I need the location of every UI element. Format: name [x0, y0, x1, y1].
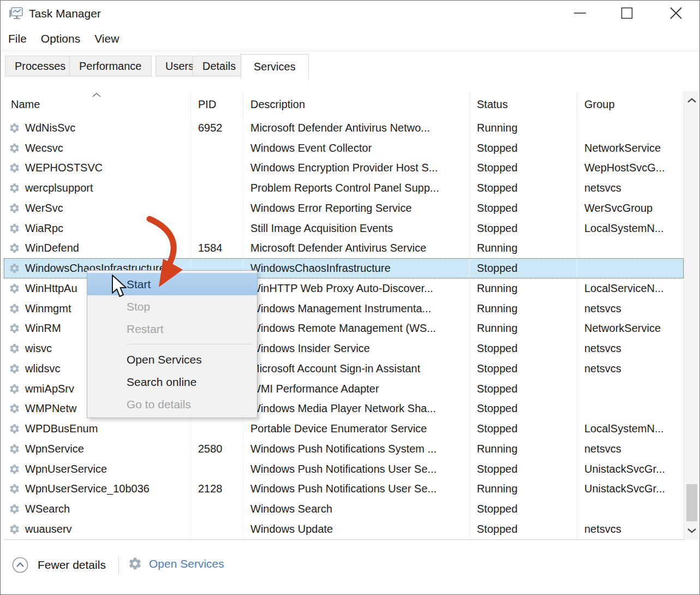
service-description: WinHTTP Web Proxy Auto-Discover... [243, 278, 470, 299]
column-header-description[interactable]: Description [243, 91, 470, 118]
service-description: Windows Update [243, 519, 470, 539]
service-pid: 1584 [191, 239, 243, 259]
service-row[interactable]: wuauserv Windows Update Stopped netsvcs [4, 519, 684, 539]
title-bar: Task Manager [1, 1, 699, 27]
service-name-cell: WEPHOSTSVC [4, 158, 191, 178]
service-name: Wecsvc [25, 142, 63, 154]
close-button[interactable] [662, 2, 690, 25]
service-group: netsvcs [577, 178, 684, 198]
context-menu-item-search-online[interactable]: Search online [87, 371, 257, 393]
service-row[interactable]: WPDBusEnum Portable Device Enumerator Se… [4, 419, 684, 439]
service-name: WpnUserService_10b036 [25, 483, 149, 495]
service-row[interactable]: WpnUserService_10b036 2128 Windows Push … [4, 479, 684, 499]
service-pid [191, 198, 243, 218]
service-pid: 2128 [191, 479, 243, 499]
sort-ascending-icon [91, 92, 102, 98]
service-row[interactable]: WdNisSvc 6952 Microsoft Defender Antivir… [4, 118, 684, 138]
service-group: LocalSystemN... [577, 419, 684, 439]
service-row[interactable]: wercplsupport Problem Reports Control Pa… [4, 178, 684, 198]
column-header-group[interactable]: Group [577, 91, 684, 118]
context-menu-item-start[interactable]: Start [87, 273, 257, 295]
tab-details[interactable]: Details [193, 56, 246, 76]
service-pid [191, 499, 243, 519]
service-group: UnistackSvcGr... [577, 459, 684, 479]
service-name-cell: WiaRpc [4, 218, 191, 239]
chevron-down-icon [687, 528, 697, 533]
service-pid [191, 158, 243, 178]
service-row[interactable]: WpnService 2580 Windows Push Notificatio… [4, 439, 684, 459]
menu-view[interactable]: View [94, 32, 119, 45]
service-status: Stopped [470, 198, 577, 218]
service-pid: 6952 [191, 118, 243, 138]
service-description: WMI Performance Adapter [243, 379, 470, 399]
service-description: Windows Push Notifications User Se... [243, 479, 470, 499]
service-gear-icon [9, 203, 20, 214]
service-group: netsvcs [577, 299, 684, 319]
service-row[interactable]: WEPHOSTSVC Windows Encryption Provider H… [4, 158, 684, 178]
tab-services[interactable]: Services [241, 54, 309, 80]
service-name: wuauserv [25, 523, 72, 536]
service-row[interactable]: WpnUserService Windows Push Notification… [4, 459, 684, 479]
service-row[interactable]: WinDefend 1584 Microsoft Defender Antivi… [4, 239, 684, 259]
gear-icon [128, 556, 142, 571]
scrollbar-thumb[interactable] [686, 484, 697, 521]
service-pid [191, 218, 243, 239]
service-description: Windows Push Notifications User Se... [243, 459, 470, 479]
service-status: Running [470, 439, 577, 459]
service-gear-icon [9, 423, 20, 435]
open-services-link[interactable]: Open Services [128, 556, 224, 571]
service-status: Running [470, 319, 577, 339]
vertical-scrollbar[interactable] [684, 91, 699, 540]
close-icon [669, 7, 683, 20]
service-description: Windows Search [243, 499, 470, 519]
fewer-details-button[interactable]: Fewer details [11, 556, 106, 574]
service-row[interactable]: Wecsvc Windows Event Collector Stopped N… [4, 138, 684, 158]
service-description: Windows Encryption Provider Host S... [243, 158, 470, 178]
tab-processes[interactable]: Processes [5, 56, 75, 76]
minimize-button[interactable] [566, 2, 594, 25]
service-group: netsvcs [577, 519, 684, 539]
context-menu-item-open-services[interactable]: Open Services [87, 348, 257, 371]
service-group: LocalSystemN... [577, 218, 684, 239]
scroll-down-button[interactable] [684, 522, 699, 539]
service-gear-icon [9, 223, 20, 234]
column-header-pid[interactable]: PID [191, 91, 243, 118]
service-group [577, 258, 684, 278]
service-name: Winmgmt [25, 302, 71, 315]
window-title: Task Manager [29, 7, 101, 20]
service-group [577, 399, 684, 419]
service-name-cell: WSearch [4, 499, 191, 519]
service-group [577, 118, 684, 138]
service-status: Stopped [470, 338, 577, 359]
service-name-cell: WpnService [4, 439, 191, 459]
service-name: wlidsvc [25, 362, 60, 375]
context-menu-item-go-to-details: Go to details [87, 393, 257, 415]
service-name: wmiApSrv [25, 383, 74, 395]
service-row[interactable]: WSearch Windows Search Stopped [4, 499, 684, 519]
service-name-cell: wuauserv [4, 519, 191, 539]
service-gear-icon [9, 162, 20, 174]
column-header-status[interactable]: Status [470, 91, 577, 118]
service-status: Running [470, 299, 577, 319]
service-pid [191, 178, 243, 198]
service-row[interactable]: WiaRpc Still Image Acquisition Events St… [4, 218, 684, 239]
service-gear-icon [9, 242, 20, 254]
service-gear-icon [9, 403, 20, 414]
service-gear-icon [9, 182, 20, 194]
service-group: UnistackSvcGr... [577, 479, 684, 499]
service-row[interactable]: WerSvc Windows Error Reporting Service S… [4, 198, 684, 218]
menu-file[interactable]: File [8, 32, 27, 45]
maximize-button[interactable] [613, 2, 641, 25]
scroll-up-button[interactable] [684, 92, 699, 109]
tab-performance[interactable]: Performance [69, 56, 152, 76]
service-status: Running [470, 278, 577, 299]
menu-options[interactable]: Options [41, 32, 80, 45]
minimize-icon [573, 9, 587, 17]
service-name: WpnService [25, 443, 84, 455]
task-manager-window: Task Manager FileOptionsView ProcessesPe… [0, 0, 700, 595]
task-manager-icon [8, 6, 23, 21]
service-group [577, 239, 684, 259]
service-name: wisvc [25, 342, 52, 355]
service-gear-icon [9, 343, 20, 354]
service-status: Running [470, 239, 577, 259]
